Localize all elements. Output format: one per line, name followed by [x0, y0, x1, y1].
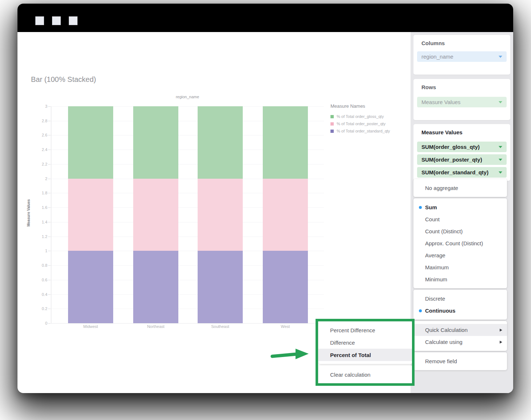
menu-item-continuous[interactable]: Continuous — [413, 305, 507, 317]
columns-pill[interactable]: region_name — [417, 51, 507, 62]
menu-item-label: Maximum — [425, 264, 449, 270]
bar-segment-west-of-total-order-standard-qty[interactable] — [263, 251, 308, 323]
y-axis-tick-mark — [48, 323, 51, 324]
measure-pill-label: SUM(order_standard_qty) — [421, 169, 488, 175]
menu-item-calculate-using[interactable]: Calculate using — [413, 336, 507, 348]
y-axis-tick-label: 0.4 — [33, 292, 47, 297]
menu-item-sum[interactable]: Sum — [413, 201, 507, 213]
y-axis-tick-mark — [48, 237, 51, 237]
measure-pill-sum-order-gloss-qty[interactable]: SUM(order_gloss_qty) — [417, 142, 507, 152]
menu-item-discrete[interactable]: Discrete — [413, 293, 507, 305]
x-axis-category-label: Midwest — [68, 324, 113, 329]
measure-pill-sum-order-standard-qty[interactable]: SUM(order_standard_qty) — [417, 167, 507, 178]
menu-item-label: Percent Difference — [330, 327, 375, 333]
annotation-arrow-icon — [270, 344, 309, 362]
bar-segment-west-of-total-order-poster-qty[interactable] — [263, 179, 308, 251]
menu-item-quick-calculation[interactable]: Quick Calculation — [413, 324, 507, 336]
y-axis-tick-mark — [48, 265, 51, 266]
y-axis-tick-label: 2.8 — [33, 119, 47, 123]
y-axis-tick-label: 2.4 — [33, 147, 47, 152]
y-axis-tick-mark — [48, 164, 51, 165]
y-axis-tick-mark — [48, 121, 51, 121]
menu-item-difference[interactable]: Difference — [318, 336, 412, 349]
menu-item-label: Minimum — [425, 276, 447, 282]
rows-pill[interactable]: Measure Values — [417, 97, 507, 107]
menu-section: No aggregate — [413, 179, 507, 197]
y-axis-title: Measure Values — [27, 199, 31, 226]
menu-item-no-aggregate[interactable]: No aggregate — [413, 182, 507, 194]
measure-values-card-header: Measure Values — [421, 129, 463, 135]
measure-values-card: Measure Values SUM(order_gloss_qty)SUM(o… — [413, 124, 510, 181]
legend-item-of-total-order-poster-qty: % of Total order_poster_qty — [330, 121, 385, 127]
legend-item-of-total-order-standard-qty: % of Total order_standard_qty — [330, 128, 390, 134]
bar-segment-northeast-of-total-order-standard-qty[interactable] — [133, 251, 178, 323]
bar-segment-west-of-total-order-gloss-qty[interactable] — [263, 106, 308, 179]
y-axis-tick-label: 0 — [33, 321, 47, 325]
legend-swatch-icon — [330, 122, 334, 126]
legend-swatch-icon — [330, 130, 334, 133]
legend-swatch-icon — [330, 115, 334, 118]
menu-item-percent-difference[interactable]: Percent Difference — [318, 324, 412, 336]
x-axis-category-label: Southeast — [198, 324, 243, 329]
menu-item-label: Count — [425, 216, 440, 222]
menu-item-percent-of-total[interactable]: Percent of Total — [318, 349, 412, 361]
y-axis-tick-mark — [48, 280, 51, 280]
menu-item-label: Count (Distinct) — [425, 228, 463, 234]
bar-segment-southeast-of-total-order-standard-qty[interactable] — [198, 251, 243, 323]
menu-item-approx-count-distinct[interactable]: Approx. Count (Distinct) — [413, 237, 507, 249]
dropdown-arrow-icon[interactable] — [499, 56, 502, 58]
measure-pill-sum-order-poster-qty[interactable]: SUM(order_poster_qty) — [417, 154, 507, 165]
y-axis-tick-mark — [48, 135, 51, 135]
menu-item-remove-field[interactable]: Remove field — [413, 355, 507, 367]
y-axis-tick-mark — [48, 251, 51, 251]
menu-item-label: Percent of Total — [330, 352, 371, 358]
menu-item-maximum[interactable]: Maximum — [413, 261, 507, 273]
menu-item-label: Sum — [425, 204, 437, 210]
y-axis-tick-label: 0.2 — [33, 306, 47, 311]
submenu-arrow-icon — [500, 341, 502, 344]
columns-pill-label: region_name — [421, 54, 453, 60]
y-axis-tick-label: 1.4 — [33, 220, 47, 224]
menu-item-count[interactable]: Count — [413, 213, 507, 225]
menu-item-count-distinct[interactable]: Count (Distinct) — [413, 225, 507, 237]
rows-pill-label: Measure Values — [421, 99, 460, 105]
dropdown-arrow-icon[interactable] — [499, 159, 502, 161]
y-axis-tick-mark — [48, 294, 51, 295]
y-axis-tick-label: 1 — [33, 249, 47, 253]
dropdown-arrow-icon[interactable] — [499, 171, 502, 174]
bar-segment-southeast-of-total-order-poster-qty[interactable] — [198, 179, 243, 251]
menu-item-minimum[interactable]: Minimum — [413, 273, 507, 285]
chart-title: Bar (100% Stacked) — [31, 75, 96, 84]
x-axis-category-label: West — [263, 324, 308, 329]
menu-item-label: Quick Calculation — [425, 327, 468, 333]
menu-item-label: Discrete — [425, 296, 445, 302]
y-axis-tick-label: 0.8 — [33, 263, 47, 268]
y-axis-tick-label: 2.6 — [33, 133, 47, 137]
dropdown-arrow-icon[interactable] — [499, 101, 502, 103]
dropdown-arrow-icon[interactable] — [499, 146, 502, 148]
y-axis-tick-label: 2.2 — [33, 162, 47, 166]
menu-section: Quick CalculationCalculate using — [413, 321, 507, 351]
bar-segment-northeast-of-total-order-poster-qty[interactable] — [133, 179, 178, 251]
y-axis-tick-mark — [48, 207, 51, 208]
menu-item-clear-calculation[interactable]: Clear calculation — [318, 368, 412, 381]
legend-item-label: % of Total order_standard_qty — [337, 129, 390, 133]
y-axis-tick-mark — [48, 193, 51, 193]
y-axis-tick-mark — [48, 150, 51, 150]
bar-segment-midwest-of-total-order-poster-qty[interactable] — [68, 179, 113, 251]
menu-item-label: Calculate using — [425, 339, 463, 345]
bar-segment-midwest-of-total-order-gloss-qty[interactable] — [68, 106, 113, 179]
menu-item-label: Remove field — [425, 358, 457, 364]
rows-card: Rows Measure Values — [413, 79, 510, 120]
menu-section: Remove field — [413, 352, 507, 370]
menu-section: DiscreteContinuous — [413, 290, 507, 320]
y-axis-tick-label: 1.2 — [33, 234, 47, 239]
y-axis-tick-label: 1.8 — [33, 191, 47, 195]
submenu-arrow-icon — [500, 329, 502, 332]
bar-segment-midwest-of-total-order-standard-qty[interactable] — [68, 251, 113, 323]
bar-segment-southeast-of-total-order-gloss-qty[interactable] — [198, 106, 243, 179]
bar-segment-northeast-of-total-order-gloss-qty[interactable] — [133, 106, 178, 179]
menu-item-average[interactable]: Average — [413, 249, 507, 261]
menu-item-label: Average — [425, 252, 445, 258]
columns-card-header: Columns — [421, 40, 445, 46]
